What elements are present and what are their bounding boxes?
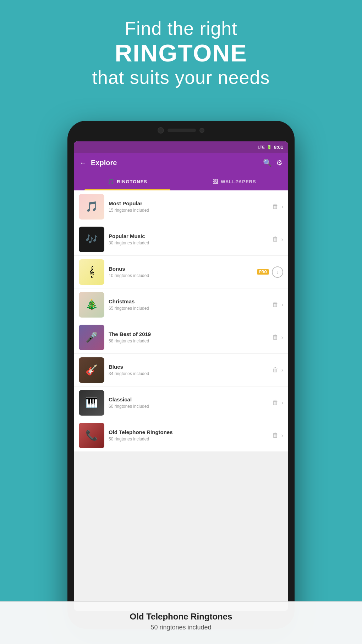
subtitle-bonus: 10 ringtones included xyxy=(109,273,253,278)
subtitle-christmas: 65 ringtones included xyxy=(109,306,268,311)
tab-wallpapers[interactable]: 🖼 WALLPAPERS xyxy=(181,173,288,190)
list-item-old-telephone[interactable]: 📞Old Telephone Ringtones50 ringtones inc… xyxy=(74,419,288,452)
thumb-old-telephone: 📞 xyxy=(79,423,104,448)
title-bonus: Bonus xyxy=(109,266,253,272)
hero-section: Find the right RINGTONE that suits your … xyxy=(0,0,362,88)
actions-popular-music: 🗑› xyxy=(272,236,283,243)
thumb-most-popular: 🎵 xyxy=(79,194,104,220)
title-old-telephone: Old Telephone Ringtones xyxy=(109,429,268,435)
delete-button-blues[interactable]: 🗑 xyxy=(272,366,279,374)
subtitle-most-popular: 15 ringtones included xyxy=(109,208,268,213)
actions-classical: 🗑› xyxy=(272,399,283,406)
list-item-bonus[interactable]: 𝄞Bonus10 ringtones includedPRO↓ xyxy=(74,256,288,288)
actions-most-popular: 🗑› xyxy=(272,203,283,210)
info-old-telephone: Old Telephone Ringtones50 ringtones incl… xyxy=(109,429,268,442)
title-most-popular: Most Popular xyxy=(109,200,268,206)
actions-old-telephone: 🗑› xyxy=(272,432,283,439)
phone-mockup: LTE 🔋 8:01 ← Explore 🔍 ⚙ 🎵 RINGTONES 🖼 xyxy=(67,121,295,629)
actions-bonus: PRO↓ xyxy=(257,266,283,278)
title-classical: Classical xyxy=(109,396,268,402)
delete-button-christmas[interactable]: 🗑 xyxy=(272,301,279,308)
actions-blues: 🗑› xyxy=(272,366,283,374)
phone-screen: LTE 🔋 8:01 ← Explore 🔍 ⚙ 🎵 RINGTONES 🖼 xyxy=(74,141,288,611)
hero-line3: that suits your needs xyxy=(0,67,362,88)
back-button[interactable]: ← xyxy=(79,159,87,167)
info-classical: Classical60 ringtones included xyxy=(109,396,268,409)
phone-shell: LTE 🔋 8:01 ← Explore 🔍 ⚙ 🎵 RINGTONES 🖼 xyxy=(67,121,295,629)
subtitle-popular-music: 30 ringtones included xyxy=(109,240,268,245)
thumb-bonus: 𝄞 xyxy=(79,259,104,285)
subtitle-best2019: 58 ringtones included xyxy=(109,339,268,343)
pro-badge-bonus: PRO xyxy=(257,269,269,275)
bottom-info-section: Old Telephone Ringtones 50 ringtones inc… xyxy=(0,601,362,644)
hero-text: Find the right RINGTONE that suits your … xyxy=(0,0,362,88)
title-christmas: Christmas xyxy=(109,298,268,304)
ringtones-tab-icon: 🎵 xyxy=(108,178,115,185)
info-popular-music: Popular Music30 ringtones included xyxy=(109,233,268,245)
title-blues: Blues xyxy=(109,364,268,370)
info-bonus: Bonus10 ringtones included xyxy=(109,266,253,278)
list-item-popular-music[interactable]: 🎶Popular Music30 ringtones included🗑› xyxy=(74,223,288,256)
title-best2019: The Best of 2019 xyxy=(109,331,268,337)
wallpapers-tab-icon: 🖼 xyxy=(213,179,219,185)
bottom-app-sub: 50 ringtones included xyxy=(14,624,348,631)
bottom-app-name: Old Telephone Ringtones xyxy=(14,612,348,622)
delete-button-most-popular[interactable]: 🗑 xyxy=(272,203,279,210)
status-battery: 🔋 xyxy=(267,145,272,150)
status-time: 8:01 xyxy=(274,145,283,150)
info-blues: Blues34 ringtones included xyxy=(109,364,268,376)
wallpapers-tab-label: WALLPAPERS xyxy=(221,179,256,184)
thumb-popular-music: 🎶 xyxy=(79,227,104,252)
search-icon[interactable]: 🔍 xyxy=(263,158,272,167)
hero-line2: RINGTONE xyxy=(0,39,362,67)
tab-ringtones[interactable]: 🎵 RINGTONES xyxy=(74,173,181,190)
list-item-blues[interactable]: 🎸Blues34 ringtones included🗑› xyxy=(74,354,288,386)
delete-button-best2019[interactable]: 🗑 xyxy=(272,334,279,341)
thumb-best2019: 🎤 xyxy=(79,325,104,350)
arrow-best2019: › xyxy=(281,334,283,341)
list-item-classical[interactable]: 🎹Classical60 ringtones included🗑› xyxy=(74,386,288,419)
info-christmas: Christmas65 ringtones included xyxy=(109,298,268,311)
ringtones-tab-label: RINGTONES xyxy=(117,179,147,184)
list-item-christmas[interactable]: 🎄Christmas65 ringtones included🗑› xyxy=(74,288,288,321)
subtitle-old-telephone: 50 ringtones included xyxy=(109,437,268,442)
arrow-popular-music: › xyxy=(281,236,283,243)
list-item-best2019[interactable]: 🎤The Best of 201958 ringtones included🗑› xyxy=(74,321,288,354)
delete-button-popular-music[interactable]: 🗑 xyxy=(272,236,279,243)
arrow-most-popular: › xyxy=(281,204,283,210)
tab-bar: 🎵 RINGTONES 🖼 WALLPAPERS xyxy=(74,173,288,190)
list-item-most-popular[interactable]: 🎵Most Popular15 ringtones included🗑› xyxy=(74,190,288,223)
info-best2019: The Best of 201958 ringtones included xyxy=(109,331,268,343)
subtitle-blues: 34 ringtones included xyxy=(109,371,268,376)
arrow-old-telephone: › xyxy=(281,432,283,439)
header-title: Explore xyxy=(91,159,259,167)
phone-top-bar xyxy=(158,127,204,134)
thumb-classical: 🎹 xyxy=(79,390,104,416)
status-lte: LTE xyxy=(258,145,265,149)
arrow-christmas: › xyxy=(281,302,283,308)
thumb-blues: 🎸 xyxy=(79,357,104,383)
ringtones-list: 🎵Most Popular15 ringtones included🗑›🎶Pop… xyxy=(74,190,288,452)
status-bar: LTE 🔋 8:01 xyxy=(74,141,288,153)
download-button-bonus[interactable]: ↓ xyxy=(272,266,283,278)
arrow-classical: › xyxy=(281,400,283,406)
speaker-grille xyxy=(168,129,196,132)
delete-button-classical[interactable]: 🗑 xyxy=(272,399,279,406)
camera-dot2 xyxy=(199,128,204,133)
hero-line1: Find the right xyxy=(0,18,362,39)
info-most-popular: Most Popular15 ringtones included xyxy=(109,200,268,213)
arrow-blues: › xyxy=(281,367,283,373)
settings-icon[interactable]: ⚙ xyxy=(276,158,283,167)
actions-christmas: 🗑› xyxy=(272,301,283,308)
actions-best2019: 🗑› xyxy=(272,334,283,341)
delete-button-old-telephone[interactable]: 🗑 xyxy=(272,432,279,439)
thumb-christmas: 🎄 xyxy=(79,292,104,318)
app-header: ← Explore 🔍 ⚙ xyxy=(74,153,288,173)
camera-dot xyxy=(158,127,164,134)
title-popular-music: Popular Music xyxy=(109,233,268,239)
subtitle-classical: 60 ringtones included xyxy=(109,404,268,409)
